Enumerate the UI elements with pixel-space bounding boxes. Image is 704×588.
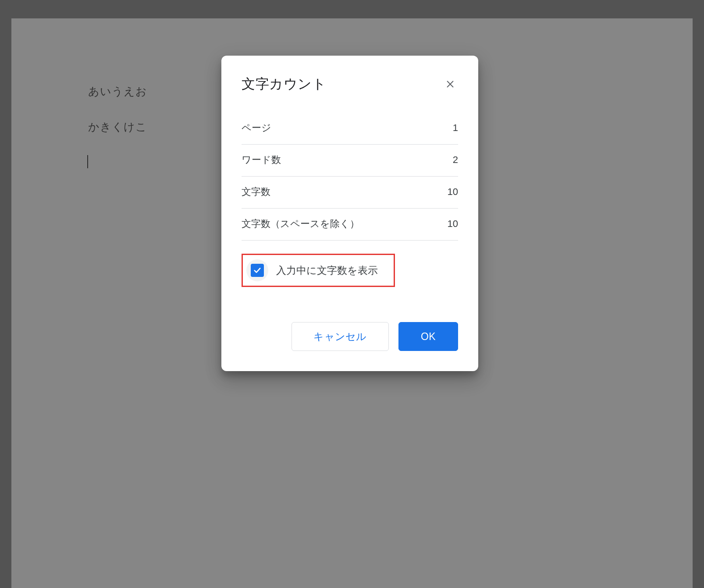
display-while-typing-option: 入力中に文字数を表示 — [242, 254, 395, 287]
stat-value: 2 — [453, 154, 458, 166]
close-button[interactable] — [442, 76, 458, 92]
button-label: キャンセル — [313, 330, 367, 344]
text-cursor — [87, 155, 88, 168]
stat-label: ページ — [242, 121, 271, 135]
check-icon — [253, 266, 262, 275]
checkbox-box — [251, 264, 264, 277]
close-icon — [445, 79, 455, 89]
button-label: OK — [421, 331, 436, 343]
stat-row-characters-no-spaces: 文字数（スペースを除く） 10 — [242, 209, 458, 241]
dialog-title: 文字カウント — [242, 75, 326, 93]
stat-row-words: ワード数 2 — [242, 145, 458, 177]
ok-button[interactable]: OK — [398, 322, 458, 351]
cancel-button[interactable]: キャンセル — [292, 322, 389, 351]
checkbox-display-while-typing[interactable] — [246, 259, 268, 281]
stat-row-characters: 文字数 10 — [242, 177, 458, 209]
stat-label: ワード数 — [242, 153, 281, 166]
stat-row-pages: ページ 1 — [242, 113, 458, 145]
stat-label: 文字数（スペースを除く） — [242, 217, 359, 230]
stat-value: 10 — [448, 218, 458, 230]
dialog-header: 文字カウント — [242, 75, 458, 93]
stat-label: 文字数 — [242, 185, 270, 198]
checkbox-label: 入力中に文字数を表示 — [276, 264, 378, 277]
stat-value: 1 — [453, 122, 458, 134]
dialog-actions: キャンセル OK — [242, 322, 458, 351]
word-count-dialog: 文字カウント ページ 1 ワード数 2 文字数 10 文字数（スペースを除く） … — [221, 56, 478, 371]
stat-value: 10 — [448, 186, 458, 198]
